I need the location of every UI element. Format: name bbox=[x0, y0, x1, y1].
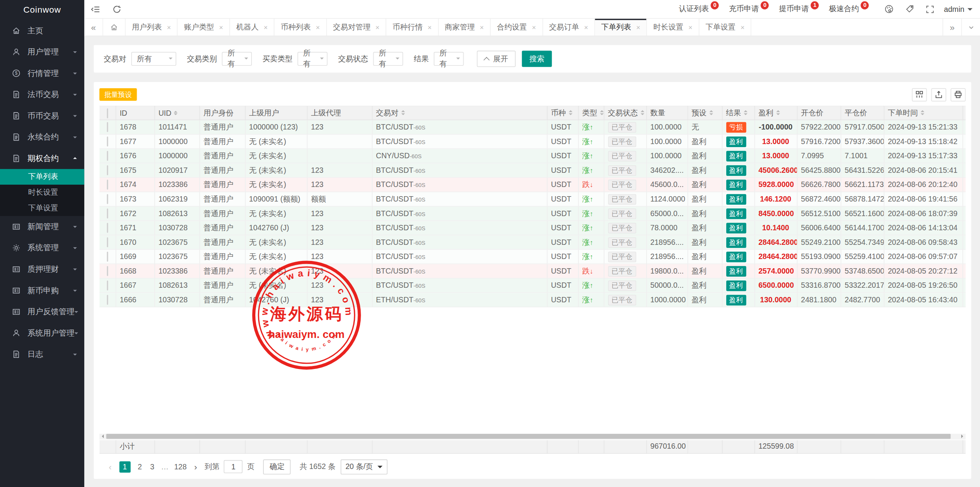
horizontal-scrollbar[interactable] bbox=[100, 433, 966, 439]
row-checkbox[interactable] bbox=[107, 122, 108, 132]
close-tab-icon[interactable]: × bbox=[584, 23, 588, 31]
sidebar-item-news-management[interactable]: 新闻管理 bbox=[0, 216, 84, 238]
tag-icon[interactable] bbox=[905, 4, 915, 14]
row-checkbox[interactable] bbox=[107, 295, 108, 305]
batch-preset-button[interactable]: 批量预设 bbox=[100, 88, 137, 101]
tab-merchant-management[interactable]: 商家管理× bbox=[439, 19, 491, 36]
header-nav-express-contract[interactable]: 极速合约0 bbox=[829, 4, 869, 15]
sort-icon[interactable] bbox=[640, 108, 644, 117]
tab-account-type[interactable]: 账户类型× bbox=[178, 19, 230, 36]
column-header-pair[interactable]: 交易对 bbox=[372, 106, 547, 120]
theme-palette-icon[interactable] bbox=[885, 4, 894, 14]
page-128[interactable]: 128 bbox=[174, 462, 187, 471]
sidebar-item-perpetual-contract[interactable]: 永续合约 bbox=[0, 126, 84, 148]
row-checkbox[interactable] bbox=[107, 151, 108, 161]
sidebar-item-fiat-trade[interactable]: 法币交易 bbox=[0, 84, 84, 105]
sort-icon[interactable] bbox=[920, 108, 924, 117]
column-header-status[interactable]: 交易状态 bbox=[604, 106, 646, 120]
close-tab-icon[interactable]: × bbox=[316, 23, 320, 31]
scroll-left-arrow-icon[interactable] bbox=[100, 434, 104, 438]
tab-contract-settings[interactable]: 合约设置× bbox=[491, 19, 543, 36]
sidebar-subitem-order-settings[interactable]: 下单设置 bbox=[0, 200, 84, 216]
filter-select-pair[interactable]: 所有 bbox=[131, 52, 176, 66]
tab-pair-management[interactable]: 交易对管理× bbox=[327, 19, 386, 36]
row-checkbox[interactable] bbox=[107, 180, 108, 190]
close-tab-icon[interactable]: × bbox=[688, 23, 693, 31]
row-checkbox[interactable] bbox=[107, 136, 108, 146]
close-tab-icon[interactable]: × bbox=[376, 23, 380, 31]
filter-select-buy-sell-type[interactable]: 所有 bbox=[297, 52, 327, 66]
sidebar-item-system-user-management[interactable]: 系统用户管理 bbox=[0, 322, 84, 344]
row-checkbox[interactable] bbox=[107, 280, 108, 290]
tabs-menu-icon[interactable] bbox=[961, 19, 980, 36]
column-header-order_time[interactable]: 下单时间 bbox=[884, 106, 963, 120]
tabs-scroll-left-icon[interactable]: « bbox=[84, 19, 103, 36]
sort-icon[interactable] bbox=[743, 108, 747, 117]
column-header-uid[interactable]: UID bbox=[154, 106, 199, 120]
row-checkbox[interactable] bbox=[107, 208, 108, 218]
sidebar-item-options-contract[interactable]: 期权合约 bbox=[0, 148, 84, 169]
tab-trade-orders[interactable]: 交易订单× bbox=[543, 19, 595, 36]
print-icon[interactable] bbox=[951, 88, 965, 101]
row-checkbox[interactable] bbox=[107, 252, 108, 262]
prev-page-icon[interactable]: ‹ bbox=[109, 462, 112, 472]
header-nav-auth-list[interactable]: 认证列表0 bbox=[679, 4, 719, 15]
next-page-icon[interactable]: › bbox=[194, 462, 197, 472]
close-tab-icon[interactable]: × bbox=[480, 23, 484, 31]
sort-icon[interactable] bbox=[174, 109, 178, 117]
sort-icon[interactable] bbox=[401, 108, 405, 117]
sidebar-item-home[interactable]: 主页 bbox=[0, 20, 84, 41]
search-button[interactable]: 搜索 bbox=[522, 51, 552, 67]
tab-robot[interactable]: 机器人× bbox=[230, 19, 275, 36]
page-size-select[interactable]: 20 条/页 bbox=[340, 459, 387, 474]
sidebar-item-market-management[interactable]: $行情管理 bbox=[0, 62, 84, 84]
close-tab-icon[interactable]: × bbox=[167, 23, 171, 31]
column-header-preset[interactable]: 预设 bbox=[688, 106, 722, 120]
close-tab-icon[interactable]: × bbox=[636, 23, 640, 31]
tab-order-list[interactable]: 下单列表× bbox=[595, 19, 647, 36]
close-tab-icon[interactable]: × bbox=[532, 23, 536, 31]
sidebar-item-coin-trade[interactable]: 币币交易 bbox=[0, 105, 84, 126]
fullscreen-icon[interactable] bbox=[926, 5, 934, 13]
confirm-page-button[interactable]: 确定 bbox=[263, 459, 291, 474]
tab-home[interactable] bbox=[103, 19, 126, 36]
sidebar-item-user-feedback-management[interactable]: 用户反馈管理 bbox=[0, 301, 84, 323]
tab-duration-settings[interactable]: 时长设置× bbox=[647, 19, 699, 36]
page-3[interactable]: 3 bbox=[149, 462, 155, 471]
sidebar-item-logs[interactable]: 日志 bbox=[0, 344, 84, 365]
scrollbar-thumb[interactable] bbox=[106, 434, 951, 439]
header-nav-withdraw-requests[interactable]: 提币申请1 bbox=[779, 4, 819, 15]
sidebar-item-system-management[interactable]: 系统管理 bbox=[0, 237, 84, 259]
sidebar-item-staking-finance[interactable]: 质押理财 bbox=[0, 259, 84, 280]
row-checkbox[interactable] bbox=[107, 237, 108, 247]
column-header-result[interactable]: 结果 bbox=[722, 106, 755, 120]
close-tab-icon[interactable]: × bbox=[740, 23, 745, 31]
column-header-type[interactable]: 类型 bbox=[578, 106, 604, 120]
tab-coin-list[interactable]: 币种列表× bbox=[274, 19, 327, 36]
page-2[interactable]: 2 bbox=[137, 462, 143, 471]
sort-icon[interactable] bbox=[600, 108, 604, 117]
expand-filters-button[interactable]: 展开 bbox=[477, 51, 516, 67]
column-header-coin[interactable]: 币种 bbox=[547, 106, 578, 120]
sidebar-item-new-coin-subscription[interactable]: 新币申购 bbox=[0, 280, 84, 301]
sidebar-item-user-management[interactable]: 用户管理 bbox=[0, 41, 84, 63]
filter-columns-icon[interactable] bbox=[912, 88, 927, 101]
refresh-icon[interactable] bbox=[113, 5, 121, 13]
header-nav-deposit-requests[interactable]: 充币申请0 bbox=[729, 4, 769, 15]
close-tab-icon[interactable]: × bbox=[219, 23, 223, 31]
export-icon[interactable] bbox=[931, 88, 946, 101]
close-tab-icon[interactable]: × bbox=[264, 23, 268, 31]
sidebar-subitem-duration-settings[interactable]: 时长设置 bbox=[0, 185, 84, 200]
tabs-scroll-right-icon[interactable]: » bbox=[942, 19, 961, 36]
filter-select-result[interactable]: 所有 bbox=[434, 52, 464, 66]
scroll-right-arrow-icon[interactable] bbox=[961, 434, 965, 438]
sort-icon[interactable] bbox=[776, 108, 780, 117]
filter-select-trade-status[interactable]: 所有 bbox=[373, 52, 403, 66]
admin-menu[interactable]: admin bbox=[944, 5, 973, 13]
row-checkbox[interactable] bbox=[107, 165, 108, 175]
tab-user-list[interactable]: 用户列表× bbox=[126, 19, 178, 36]
goto-page-input[interactable] bbox=[224, 460, 243, 473]
row-checkbox[interactable] bbox=[107, 223, 108, 233]
collapse-menu-icon[interactable] bbox=[91, 5, 100, 13]
sort-icon[interactable] bbox=[568, 108, 572, 117]
